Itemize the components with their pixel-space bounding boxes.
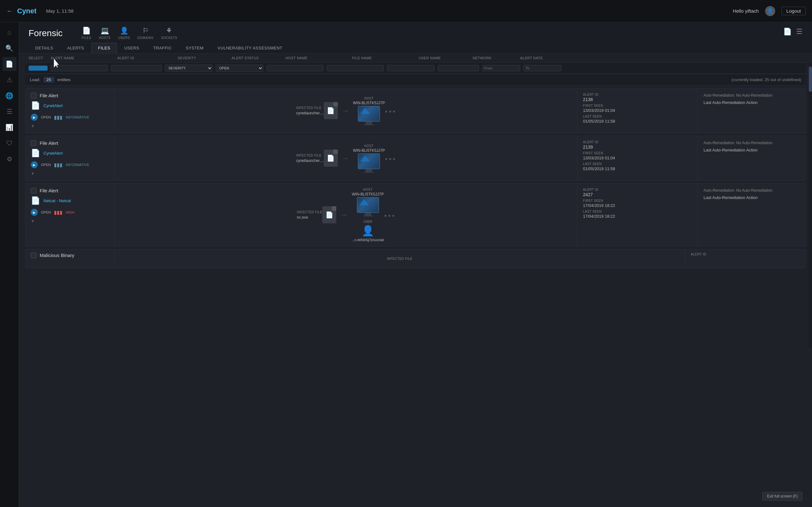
alert-id-section-1: ALERT ID 2138	[583, 93, 692, 102]
filter-date-to[interactable]	[523, 65, 561, 71]
monitor-stand-2	[366, 169, 372, 172]
alert-badges-3: OPEN ▮▮▮ HIGH	[31, 209, 109, 216]
sidebar-chart[interactable]: 📊	[3, 120, 16, 134]
load-count[interactable]: 25	[44, 77, 54, 83]
export-excel-icon[interactable]: 📄	[783, 27, 792, 36]
files-icon: 📄	[82, 26, 91, 35]
alert-right-3: ALERT ID 2427 FIRST SEEN 17/04/2019 18:2…	[577, 183, 698, 246]
col-header-user-name: User Name	[419, 56, 469, 60]
severity-bars-2: ▮▮▮	[54, 162, 62, 168]
back-button[interactable]: ←	[6, 7, 13, 14]
alert-id-label-3: ALERT ID	[583, 188, 692, 191]
tab-traffic[interactable]: TRAFFIC	[147, 43, 178, 53]
content-area: Forensic 📄 FILES 💻 HOSTS 👤 USERS ⚐ DOMAI…	[19, 22, 812, 507]
tab-files[interactable]: FILES	[91, 43, 117, 53]
status-dot-1	[31, 114, 38, 121]
toolbar-icons: 📄 FILES 💻 HOSTS 👤 USERS ⚐ DOMAINS ⚘	[82, 26, 770, 40]
toolbar-sockets[interactable]: ⚘ SOCKETS	[161, 26, 177, 40]
sidebar-network[interactable]: 🌐	[3, 89, 16, 103]
alert-name-2[interactable]: CynetAlert	[44, 151, 63, 156]
alert-id-value-2: 2139	[583, 145, 692, 150]
chevron-down-2[interactable]: ▼	[31, 171, 109, 176]
alert-id-label-1: ALERT ID	[583, 93, 692, 96]
sidebar-alerts[interactable]: ⚠	[3, 73, 16, 87]
tab-system[interactable]: SYSTEM	[179, 43, 210, 53]
host-label-1: HOST	[364, 97, 374, 100]
diagram-3: 📄 → HOST WIN-BLI5TK5JJ7P	[322, 188, 384, 242]
alert-select-2[interactable]	[31, 140, 37, 146]
filter-alert-id[interactable]	[111, 65, 162, 71]
first-seen-2: FIRST SEEN 13/03/2019 01:04	[583, 152, 692, 160]
sidebar-forensic[interactable]: 📄	[3, 57, 16, 71]
expand-dots-3[interactable]: ● ● ●	[384, 213, 395, 218]
chevron-down-1[interactable]: ▼	[31, 124, 109, 128]
table-row[interactable]: Malicious Binary INFECTED FILE ALERT ID	[26, 249, 806, 268]
tab-details[interactable]: DETAILS	[29, 43, 60, 53]
datetime: May 1, 11:58	[46, 8, 73, 14]
filter-severity[interactable]: SEVERITY	[165, 65, 212, 72]
status-dot-3	[31, 209, 38, 216]
toolbar-domains[interactable]: ⚐ DOMAINS	[138, 26, 154, 40]
monitor-screen-3	[357, 197, 379, 213]
sidebar-settings[interactable]: ⚙	[3, 152, 16, 166]
page-title: Forensic	[29, 28, 62, 38]
status-label-3: OPEN	[41, 210, 51, 214]
filter-host-name[interactable]	[266, 65, 323, 71]
alert-select-3[interactable]	[31, 188, 37, 193]
last-seen-label-1: LAST SEEN	[583, 115, 692, 118]
filter-status[interactable]: OPEN	[216, 65, 263, 72]
alert-id-section-3: ALERT ID 2427	[583, 188, 692, 197]
toolbar-hosts[interactable]: 💻 HOSTS	[99, 26, 111, 40]
alert-checkbox-area-2: File Alert	[31, 140, 109, 146]
table-row[interactable]: File Alert 📄 Netcat - Netcat OPEN ▮▮▮ HI…	[26, 183, 806, 246]
select-all-checkbox[interactable]	[29, 66, 48, 71]
alert-right-4: ALERT ID	[685, 249, 805, 268]
alert-title-2: File Alert	[40, 140, 58, 146]
sidebar-shield[interactable]: 🛡	[3, 136, 16, 150]
table-row[interactable]: File Alert 📄 CynetAlert OPEN ▮▮▮ INFORMA…	[26, 88, 806, 133]
first-seen-3: FIRST SEEN 17/04/2019 18:22	[583, 199, 692, 208]
load-label: Load:	[30, 77, 40, 82]
tab-vulnerability[interactable]: VULNERABILITY ASSESSMENT	[211, 43, 289, 53]
logout-button[interactable]: Logout	[781, 7, 806, 15]
tab-alerts[interactable]: ALERTS	[61, 43, 91, 53]
filter-network[interactable]	[438, 65, 479, 71]
alert-title-4: Malicious Binary	[40, 252, 74, 258]
alert-name-3[interactable]: Netcat - Netcat	[44, 199, 71, 203]
alert-id-value-1: 2138	[583, 97, 692, 102]
scrollbar-thumb[interactable]	[809, 66, 812, 92]
expand-dots-2[interactable]: ● ● ●	[385, 156, 395, 161]
filter-user-name[interactable]	[387, 65, 435, 71]
monitor-screen-1	[358, 106, 380, 122]
alert-badges-1: OPEN ▮▮▮ INFORMATIVE	[31, 114, 109, 121]
tab-users[interactable]: USERS	[118, 43, 146, 53]
alert-left-3: File Alert 📄 Netcat - Netcat OPEN ▮▮▮ HI…	[26, 183, 114, 246]
first-seen-label-1: FIRST SEEN	[583, 104, 692, 107]
toolbar-users[interactable]: 👤 USERS	[118, 26, 130, 40]
infected-filename-3: nc.exe	[297, 215, 308, 220]
remediation-label-3: Auto-Remediation:	[704, 188, 735, 193]
alert-select-4[interactable]	[31, 252, 37, 258]
sidebar-list[interactable]: ☰	[3, 105, 16, 118]
host-name-3: WIN-BLI5TK5JJ7P	[352, 192, 384, 196]
filter-alert-name[interactable]	[51, 65, 108, 71]
first-seen-label-3: FIRST SEEN	[583, 199, 692, 203]
monitor-stand-3	[365, 213, 371, 216]
alert-name-1[interactable]: CynetAlert	[44, 103, 63, 108]
chevron-down-3[interactable]: ▼	[31, 219, 109, 223]
severity-label-1: INFORMATIVE	[66, 115, 89, 119]
host-label-2: HOST	[364, 144, 374, 148]
expand-dots-1[interactable]: ● ● ●	[385, 109, 395, 114]
filter-date-from[interactable]	[482, 65, 520, 71]
sidebar-search[interactable]: 🔍	[3, 41, 16, 55]
filter-file-name[interactable]	[327, 65, 384, 71]
load-entities: entities	[57, 77, 70, 82]
last-seen-value-3: 17/04/2019 18:22	[583, 214, 692, 219]
columns-icon[interactable]: ☰	[796, 27, 803, 36]
exit-fullscreen-button[interactable]: Exit full screen (F)	[762, 492, 803, 501]
table-row[interactable]: File Alert 📄 CynetAlert OPEN ▮▮▮ INFORMA…	[26, 135, 806, 181]
alert-select-1[interactable]	[31, 93, 37, 99]
sidebar-home[interactable]: ⌂	[3, 25, 16, 39]
toolbar-files[interactable]: 📄 FILES	[82, 26, 91, 40]
monitor-2	[358, 153, 380, 172]
